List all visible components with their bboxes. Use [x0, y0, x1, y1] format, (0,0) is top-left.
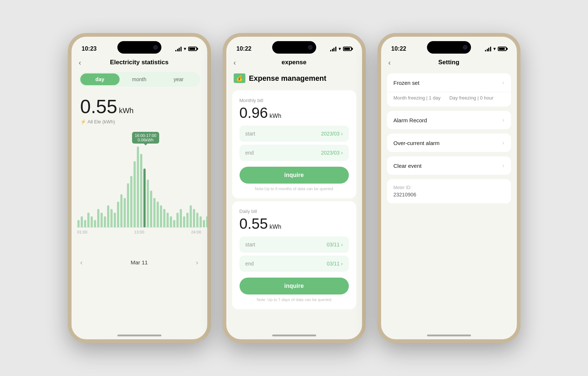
chart-bar-1 [81, 216, 83, 227]
tab-bar-1: day month year [79, 72, 200, 87]
stats-value-area: 0.55 kWh [72, 90, 207, 119]
monthly-end-row[interactable]: end 2023/03 › [240, 145, 349, 161]
chart-bar-28 [170, 216, 172, 227]
chart-bar-3 [87, 213, 90, 227]
chart-bar-33 [186, 213, 189, 227]
chart-bar-10 [110, 209, 113, 227]
tab-month[interactable]: month [120, 73, 159, 85]
chart-bar-6 [97, 209, 99, 227]
chart-bar-20 [143, 169, 146, 227]
signal-icon-2 [330, 47, 336, 51]
chart-bar-18 [137, 147, 139, 227]
page-title-3: Setting [438, 59, 460, 66]
dynamic-island-2 [272, 41, 316, 54]
monthly-bill-label: Monthly bill [240, 98, 349, 103]
chart-bar-7 [101, 213, 103, 227]
clear-event-label: Clear event [394, 163, 422, 169]
monthly-bill-value-area: 0.96 kWh [240, 105, 349, 121]
chart-bar-34 [190, 205, 192, 227]
frozen-set-row[interactable]: Frozen set › [387, 73, 511, 92]
chart-bar-0 [77, 220, 80, 227]
ele-label-area: ⚡ All Ele (kWh) [72, 119, 207, 124]
chart-bar-19 [140, 154, 142, 227]
chart-bar-37 [200, 216, 202, 227]
back-button-1[interactable]: ‹ [79, 58, 81, 67]
chart-area: 16:00-17:00 0.06kWh 01:00 13:00 24:00 [77, 132, 201, 249]
dynamic-island-1 [117, 41, 161, 54]
time-1: 10:23 [82, 46, 97, 52]
chart-bar-12 [117, 202, 119, 227]
daily-end-label: end [245, 261, 254, 267]
chart-bar-24 [157, 202, 159, 227]
clear-event-chevron: › [502, 162, 504, 169]
nav-header-1: ‹ Electricity statistics [72, 56, 207, 69]
daily-start-label: start [245, 242, 255, 247]
x-label-1: 01:00 [77, 230, 88, 234]
tab-year[interactable]: year [159, 73, 198, 85]
chevron-daily-start: › [341, 242, 343, 247]
clear-event-row[interactable]: Clear event › [387, 156, 511, 175]
chart-bar-13 [120, 194, 123, 227]
monthly-start-value: 2023/03 › [321, 131, 343, 137]
phone-1: 10:23 ▾ ‹ Electricity statistics day mon… [68, 33, 211, 343]
chevron-monthly-end: › [341, 150, 343, 156]
battery-icon-1 [188, 47, 197, 51]
chart-bar-4 [91, 216, 93, 227]
battery-icon-3 [498, 47, 507, 51]
status-icons-3: ▾ [485, 46, 507, 51]
alarm-record-label: Alarm Record [394, 117, 427, 123]
monthly-bill-value: 0.96 [240, 105, 268, 121]
alarm-record-row[interactable]: Alarm Record › [387, 111, 511, 129]
meter-id-label: Meter ID: [394, 185, 504, 190]
signal-icon-1 [175, 47, 182, 51]
monthly-bill-unit: kWh [270, 113, 281, 119]
over-current-chevron: › [502, 140, 504, 146]
chart-bar-35 [193, 209, 195, 227]
daily-start-row[interactable]: start 03/11 › [240, 236, 349, 253]
chart-bars [77, 132, 201, 227]
month-freezing-label: Month freezing | 1 day [394, 95, 441, 101]
chart-bar-21 [147, 180, 149, 227]
chart-bar-29 [173, 220, 175, 227]
time-2: 10:22 [237, 46, 252, 52]
chart-bar-31 [180, 209, 182, 227]
chart-bar-8 [104, 216, 106, 227]
chart-bar-11 [114, 213, 116, 227]
back-button-3[interactable]: ‹ [388, 58, 391, 67]
expense-header: 💰 Expense management [226, 69, 362, 87]
main-kwh-value: 0.55 [80, 96, 117, 117]
monthly-inquire-button[interactable]: inquire [240, 167, 349, 184]
chart-x-axis: 01:00 13:00 24:00 [77, 227, 201, 236]
expense-icon: 💰 [234, 73, 245, 83]
chart-bar-26 [163, 209, 165, 227]
frozen-set-section: Frozen set › Month freezing | 1 day Day … [387, 73, 511, 106]
daily-inquire-button[interactable]: inquire [240, 278, 349, 294]
page-title-1: Electricity statistics [110, 59, 169, 66]
prev-arrow[interactable]: ‹ [80, 258, 83, 267]
signal-icon-3 [485, 47, 491, 51]
chart-bar-2 [84, 220, 86, 227]
back-button-2[interactable]: ‹ [234, 58, 236, 67]
tab-day[interactable]: day [80, 73, 120, 85]
daily-bill-label: Daily bill [240, 209, 349, 214]
daily-bill-card: Daily bill 0.55 kWh start 03/11 › end 03… [232, 201, 356, 309]
dynamic-island-3 [427, 41, 471, 54]
battery-icon-2 [343, 47, 352, 51]
daily-bill-value-area: 0.55 kWh [240, 216, 349, 232]
monthly-start-row[interactable]: start 2023/03 › [240, 126, 349, 142]
chart-navigation: ‹ Mar 11 › [72, 252, 207, 272]
monthly-start-label: start [245, 131, 255, 137]
main-kwh-unit: kWh [119, 106, 134, 115]
home-indicator-3 [427, 335, 471, 336]
chart-bar-9 [107, 205, 109, 227]
x-label-3: 24:00 [191, 230, 201, 234]
clear-event-section: Clear event › [387, 156, 511, 175]
current-date: Mar 11 [131, 259, 148, 265]
home-indicator-1 [117, 335, 161, 336]
daily-end-row[interactable]: end 03/11 › [240, 256, 349, 272]
over-current-row[interactable]: Over-current alarm › [387, 134, 511, 152]
next-arrow[interactable]: › [196, 258, 198, 267]
frozen-set-label: Frozen set [394, 80, 420, 86]
frozen-sub-row: Month freezing | 1 day Day freezing | 0 … [387, 92, 511, 106]
alarm-section: Alarm Record › [387, 111, 511, 129]
